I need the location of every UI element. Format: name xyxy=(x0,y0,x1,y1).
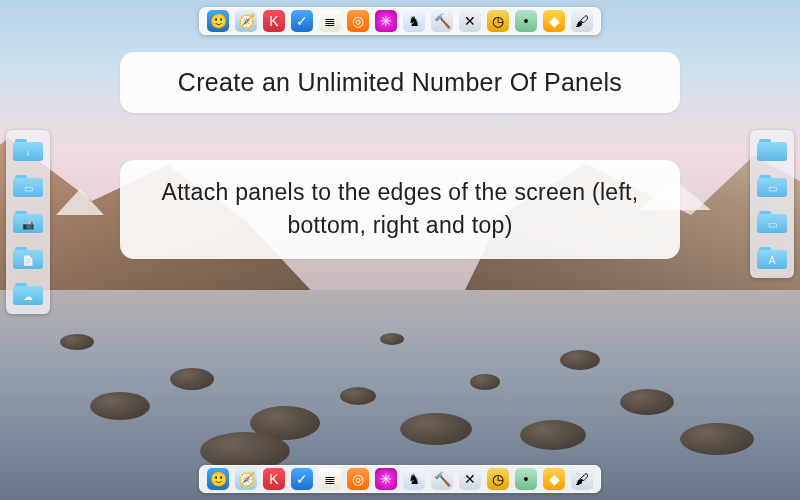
knight-icon[interactable]: ♞ xyxy=(403,468,425,490)
divider-icon[interactable]: ✕ xyxy=(459,10,481,32)
scenery-rock xyxy=(170,368,214,390)
scenery-rock xyxy=(60,334,94,350)
scenery-rock xyxy=(560,350,600,370)
tasks-icon[interactable]: ✓ xyxy=(291,468,313,490)
folder-icon: 📷 xyxy=(13,211,43,233)
documents-folder[interactable]: 📄 xyxy=(10,242,46,274)
cloud-folder[interactable]: ☁ xyxy=(10,278,46,310)
folder-2[interactable]: ▭ xyxy=(754,170,790,202)
right-side-panel[interactable]: ▭▭A xyxy=(750,130,794,278)
sketch-icon[interactable]: ◆ xyxy=(543,468,565,490)
folder-icon: ↓ xyxy=(13,139,43,161)
left-side-panel[interactable]: ↓▭📷📄☁ xyxy=(6,130,50,314)
clock-icon[interactable]: ◷ xyxy=(487,10,509,32)
callout-heading: Create an Unlimited Number Of Panels xyxy=(120,52,680,113)
divider-icon[interactable]: ✕ xyxy=(459,468,481,490)
xcode-icon[interactable]: 🔨 xyxy=(431,468,453,490)
brush-icon[interactable]: 🖌 xyxy=(571,10,593,32)
app-k-icon[interactable]: K xyxy=(263,10,285,32)
scenery-rock xyxy=(90,392,150,420)
pictures-folder[interactable]: 📷 xyxy=(10,206,46,238)
safari-icon[interactable]: 🧭 xyxy=(235,468,257,490)
compass-icon[interactable]: ◎ xyxy=(347,468,369,490)
scenery-rock xyxy=(400,413,472,445)
folder-icon: ▭ xyxy=(13,175,43,197)
folder-icon: ▭ xyxy=(757,211,787,233)
folder-icon: ☁ xyxy=(13,283,43,305)
app-my-icon[interactable]: • xyxy=(515,10,537,32)
scenery-rock xyxy=(680,423,754,455)
folder-icon: A xyxy=(757,247,787,269)
sketch-icon[interactable]: ◆ xyxy=(543,10,565,32)
flower-icon[interactable]: ✳ xyxy=(375,10,397,32)
scenery-rock xyxy=(620,389,674,415)
desktop-wallpaper: 🙂🧭K✓≣◎✳♞🔨✕◷•◆🖌 🙂🧭K✓≣◎✳♞🔨✕◷•◆🖌 ↓▭📷📄☁ ▭▭A … xyxy=(0,0,800,500)
safari-icon[interactable]: 🧭 xyxy=(235,10,257,32)
top-dock-panel[interactable]: 🙂🧭K✓≣◎✳♞🔨✕◷•◆🖌 xyxy=(199,7,601,35)
folder-1[interactable] xyxy=(754,134,790,166)
app-k-icon[interactable]: K xyxy=(263,468,285,490)
flower-icon[interactable]: ✳ xyxy=(375,468,397,490)
scenery-rock xyxy=(470,374,500,390)
app-my-icon[interactable]: • xyxy=(515,468,537,490)
scenery-rock xyxy=(340,387,376,405)
bottom-dock-panel[interactable]: 🙂🧭K✓≣◎✳♞🔨✕◷•◆🖌 xyxy=(199,465,601,493)
folder-3[interactable]: ▭ xyxy=(754,206,790,238)
finder-icon[interactable]: 🙂 xyxy=(207,468,229,490)
callout-subheading: Attach panels to the edges of the screen… xyxy=(120,160,680,259)
scenery-rock xyxy=(520,420,586,450)
folder-icon xyxy=(757,139,787,161)
desktop-folder[interactable]: ▭ xyxy=(10,170,46,202)
scenery-rock xyxy=(380,333,404,345)
knight-icon[interactable]: ♞ xyxy=(403,10,425,32)
tasks-icon[interactable]: ✓ xyxy=(291,10,313,32)
clock-icon[interactable]: ◷ xyxy=(487,468,509,490)
finder-icon[interactable]: 🙂 xyxy=(207,10,229,32)
downloads-folder[interactable]: ↓ xyxy=(10,134,46,166)
folder-icon: 📄 xyxy=(13,247,43,269)
notes-icon[interactable]: ≣ xyxy=(319,10,341,32)
brush-icon[interactable]: 🖌 xyxy=(571,468,593,490)
notes-icon[interactable]: ≣ xyxy=(319,468,341,490)
compass-icon[interactable]: ◎ xyxy=(347,10,369,32)
folder-icon: ▭ xyxy=(757,175,787,197)
applications-folder[interactable]: A xyxy=(754,242,790,274)
xcode-icon[interactable]: 🔨 xyxy=(431,10,453,32)
